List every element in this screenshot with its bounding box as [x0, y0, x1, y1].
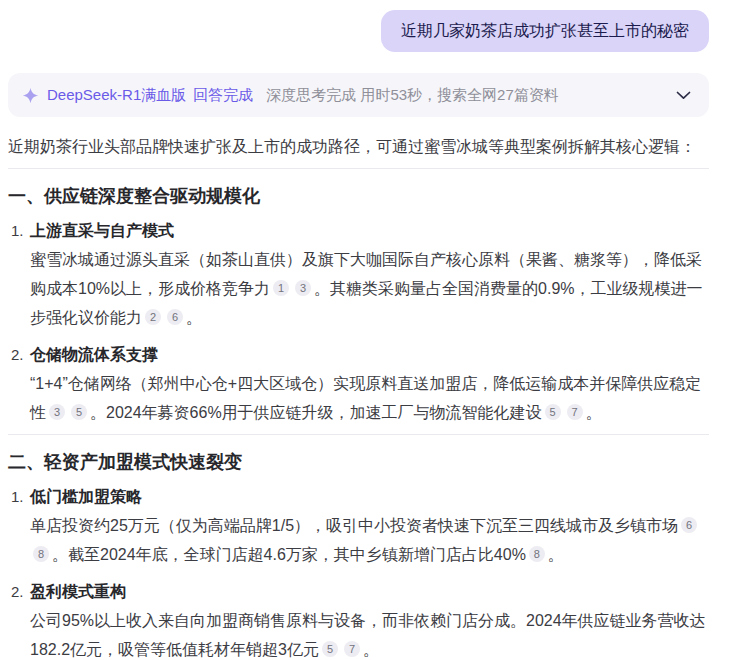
list-item-body: 单店投资约25万元（仅为高端品牌1/5），吸引中小投资者快速下沉至三四线城市及乡… [30, 511, 709, 569]
list-item-title: 上游直采与自产模式 [30, 222, 174, 239]
list-item-number: 2. [11, 344, 24, 366]
body-text: 。截至2024年底，全球门店超4.6万家，其中乡镇新增门店占比40% [52, 546, 526, 563]
citation-badge[interactable]: 5 [322, 641, 338, 657]
list-item-number: 2. [11, 581, 24, 603]
body-text: 。 [363, 641, 379, 658]
list-item-body: “1+4”仓储网络（郑州中心仓+四大区域仓）实现原料直送加盟店，降低运输成本并保… [30, 369, 709, 427]
list-item-body: 蜜雪冰城通过源头直采（如茶山直供）及旗下大咖国际自产核心原料（果酱、糖浆等），降… [30, 245, 709, 332]
body-text: 。 [186, 309, 202, 326]
citation-badge[interactable]: 1 [273, 280, 289, 296]
list-item-head: 2.盈利模式重构 [30, 581, 709, 603]
citation-badge[interactable]: 5 [71, 404, 87, 420]
section-heading: 一、供应链深度整合驱动规模化 [8, 185, 709, 208]
list-item: 1.低门槛加盟策略单店投资约25万元（仅为高端品牌1/5），吸引中小投资者快速下… [8, 486, 709, 569]
model-name: DeepSeek-R1满血版 [47, 86, 186, 105]
citation-badge[interactable]: 8 [529, 546, 545, 562]
list-item-title: 低门槛加盟策略 [30, 488, 142, 505]
citation-badge[interactable]: 7 [344, 641, 360, 657]
section-list: 1.低门槛加盟策略单店投资约25万元（仅为高端品牌1/5），吸引中小投资者快速下… [8, 486, 709, 660]
body-text: 单店投资约25万元（仅为高端品牌1/5），吸引中小投资者快速下沉至三四线城市及乡… [30, 517, 678, 534]
user-message-bubble: 近期几家奶茶店成功扩张甚至上市的秘密 [381, 10, 709, 52]
answer-sections: 一、供应链深度整合驱动规模化1.上游直采与自产模式蜜雪冰城通过源头直采（如茶山直… [8, 168, 709, 660]
list-item-body: 公司95%以上收入来自向加盟商销售原料与设备，而非依赖门店分成。2024年供应链… [30, 606, 709, 660]
answer-status: 回答完成 [193, 86, 253, 105]
list-item-number: 1. [11, 486, 24, 508]
body-text: 。2024年募资66%用于供应链升级，加速工厂与物流智能化建设 [90, 404, 542, 421]
citation-badge[interactable]: 6 [167, 309, 183, 325]
status-detail: 深度思考完成 用时53秒，搜索全网27篇资料 [266, 86, 559, 105]
body-text: 。 [548, 546, 564, 563]
list-item-head: 1.上游直采与自产模式 [30, 220, 709, 242]
user-message-row: 近期几家奶茶店成功扩张甚至上市的秘密 [8, 10, 709, 52]
list-item-number: 1. [11, 220, 24, 242]
chevron-down-icon[interactable] [676, 91, 691, 100]
answer-intro: 近期奶茶行业头部品牌快速扩张及上市的成功路径，可通过蜜雪冰城等典型案例拆解其核心… [8, 133, 709, 161]
citation-badge[interactable]: 7 [567, 404, 583, 420]
citation-badge[interactable]: 3 [295, 280, 311, 296]
citation-badge[interactable]: 5 [545, 404, 561, 420]
citation-badge[interactable]: 6 [681, 517, 697, 533]
list-item: 2.仓储物流体系支撑“1+4”仓储网络（郑州中心仓+四大区域仓）实现原料直送加盟… [8, 344, 709, 427]
list-item: 2.盈利模式重构公司95%以上收入来自向加盟商销售原料与设备，而非依赖门店分成。… [8, 581, 709, 660]
citation-badge[interactable]: 2 [145, 309, 161, 325]
chat-page: 近期几家奶茶店成功扩张甚至上市的秘密 DeepSeek-R1满血版 回答完成 深… [0, 0, 737, 660]
list-item-head: 2.仓储物流体系支撑 [30, 344, 709, 366]
body-text: 。 [586, 404, 602, 421]
citation-badge[interactable]: 3 [49, 404, 65, 420]
model-status-bar[interactable]: DeepSeek-R1满血版 回答完成 深度思考完成 用时53秒，搜索全网27篇… [8, 73, 709, 117]
section-divider [8, 168, 709, 169]
section-heading: 二、轻资产加盟模式快速裂变 [8, 451, 709, 474]
list-item-title: 盈利模式重构 [30, 583, 126, 600]
section-list: 1.上游直采与自产模式蜜雪冰城通过源头直采（如茶山直供）及旗下大咖国际自产核心原… [8, 220, 709, 427]
list-item-head: 1.低门槛加盟策略 [30, 486, 709, 508]
list-item: 1.上游直采与自产模式蜜雪冰城通过源头直采（如茶山直供）及旗下大咖国际自产核心原… [8, 220, 709, 332]
citation-badge[interactable]: 8 [33, 546, 49, 562]
sparkle-icon [22, 87, 39, 104]
list-item-title: 仓储物流体系支撑 [30, 346, 158, 363]
section-divider [8, 434, 709, 435]
